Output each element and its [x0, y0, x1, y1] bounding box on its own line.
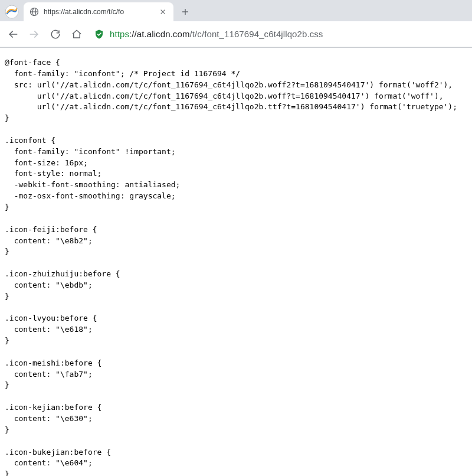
new-tab-button[interactable]	[177, 4, 194, 20]
tab-title: https://at.alicdn.com/t/c/fo	[44, 8, 153, 16]
close-icon[interactable]	[158, 7, 168, 17]
home-button[interactable]	[67, 25, 86, 44]
browser-tab[interactable]: https://at.alicdn.com/t/c/fo	[24, 2, 173, 21]
reload-button[interactable]	[46, 25, 65, 44]
toolbar: https://at.alicdn.com/t/c/font_1167694_c…	[0, 21, 472, 47]
browser-chrome: https://at.alicdn.com/t/c/fo https:	[0, 0, 472, 48]
tab-strip: https://at.alicdn.com/t/c/fo	[0, 0, 472, 21]
address-bar[interactable]: https://at.alicdn.com/t/c/font_1167694_c…	[93, 28, 468, 40]
shield-icon	[93, 28, 105, 40]
forward-button[interactable]	[25, 25, 44, 44]
app-favicon	[4, 4, 20, 20]
globe-icon	[30, 7, 39, 17]
url-scheme: https	[110, 29, 129, 39]
url-path: /t/c/font_1167694_c6t4jllqo2b.css	[190, 29, 323, 39]
url-host: ://at.alicdn.com	[129, 29, 189, 39]
page-content[interactable]: @font-face { font-family: "iconfont"; /*…	[0, 48, 472, 476]
url-text: https://at.alicdn.com/t/c/font_1167694_c…	[110, 29, 323, 39]
back-button[interactable]	[4, 25, 22, 44]
